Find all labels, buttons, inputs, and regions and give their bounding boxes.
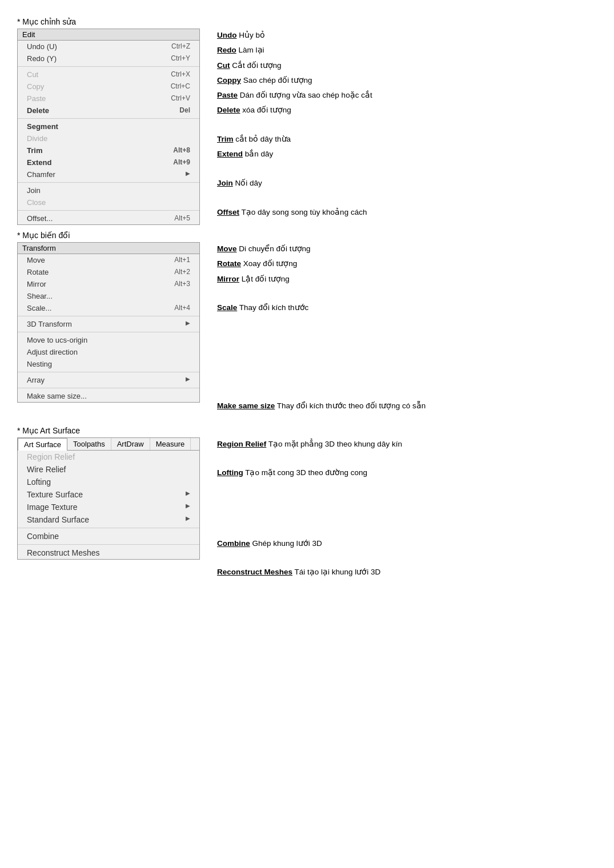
menu-item-move[interactable]: Move Alt+1 (18, 254, 199, 266)
menu-item-extend[interactable]: Extend Alt+9 (18, 156, 199, 168)
desc-scale-term: Scale (217, 303, 237, 312)
menu-item-wire-relief[interactable]: Wire Relief (18, 463, 199, 476)
menu-item-chamfer[interactable]: Chamfer ▶ (18, 168, 199, 180)
menu-item-scale-shortcut: Alt+4 (156, 304, 190, 312)
menu-item-rotate[interactable]: Rotate Alt+2 (18, 266, 199, 278)
menu-item-undo-label: Undo (U) (27, 42, 57, 51)
menu-item-shear[interactable]: Shear... (18, 290, 199, 302)
toolpaths-tab[interactable]: Toolpaths (67, 438, 111, 450)
edit-menu-title[interactable]: Edit (18, 29, 199, 41)
menu-item-lofting[interactable]: Lofting (18, 476, 199, 488)
transform-menu-title[interactable]: Transform (18, 243, 199, 254)
menu-item-array[interactable]: Array ▶ (18, 374, 199, 386)
menu-item-reconstruct-meshes-label: Reconstruct Meshes (27, 548, 100, 557)
desc-move-term: Move (217, 244, 237, 253)
desc-coppy-text: Sao chép đối tượng (241, 76, 312, 85)
menu-item-scale-label: Scale... (27, 304, 51, 312)
transform-divider-1 (18, 316, 199, 316)
menu-item-standard-surface-label: Standard Surface (27, 515, 89, 524)
menu-item-join[interactable]: Join (18, 184, 199, 196)
desc-combine: Combine Ghép khung lưới 3D (217, 537, 597, 550)
desc-mirror: Mirror Lật đối tượng (217, 272, 597, 286)
menu-item-3dtransform[interactable]: 3D Transform ▶ (18, 318, 199, 330)
menu-item-mirror[interactable]: Mirror Alt+3 (18, 278, 199, 290)
menu-item-segment[interactable]: Segment (18, 120, 199, 132)
desc-redo-term: Redo (217, 46, 236, 54)
menu-item-image-texture[interactable]: Image Texture ▶ (18, 501, 199, 513)
menu-item-make-same-size[interactable]: Make same size... (18, 390, 199, 402)
menu-item-trim-shortcut: Alt+8 (156, 146, 190, 155)
menu-item-standard-surface-arrow: ▶ (156, 515, 190, 524)
transform-divider-3 (18, 372, 199, 372)
desc-scale: Scale Thay đổi kích thước (217, 301, 597, 315)
menu-item-rotate-label: Rotate (27, 268, 49, 276)
desc-trim: Trim cắt bỏ dây thừa (217, 132, 597, 146)
menu-item-close[interactable]: Close (18, 196, 199, 208)
edit-menu-container: Edit Undo (U) Ctrl+Z Redo (Y) Ctrl+Y Cut… (17, 29, 597, 225)
desc-extend-term: Extend (217, 150, 243, 158)
menu-item-delete[interactable]: Delete Del (18, 105, 199, 116)
desc-rotate: Rotate Xoay đối tượng (217, 257, 597, 271)
transform-menu-container: Transform Move Alt+1 Rotate Alt+2 Mirror… (17, 242, 597, 415)
desc-make-same-size-text: Thay đổi kích thước theo đối tượng có sẵ… (275, 401, 426, 410)
menu-item-paste-label: Paste (27, 94, 46, 103)
menu-item-shear-label: Shear... (27, 292, 53, 300)
menu-item-undo[interactable]: Undo (U) Ctrl+Z (18, 41, 199, 53)
menu-item-divide-label: Divide (27, 134, 47, 143)
desc-mirror-text: Lật đối tượng (239, 275, 290, 283)
menu-item-make-same-size-label: Make same size... (27, 392, 87, 400)
menu-item-divide-shortcut (156, 134, 190, 143)
transform-divider-2 (18, 332, 199, 332)
menu-item-mirror-shortcut: Alt+3 (156, 280, 190, 288)
menu-item-trim[interactable]: Trim Alt+8 (18, 144, 199, 156)
menu-item-cut[interactable]: Cut Ctrl+X (18, 69, 199, 81)
menu-item-cut-shortcut: Ctrl+X (156, 70, 190, 79)
menu-item-offset-shortcut: Alt+5 (156, 214, 190, 223)
menu-item-divide[interactable]: Divide (18, 132, 199, 144)
menu-item-scale[interactable]: Scale... Alt+4 (18, 302, 199, 314)
menu-item-make-same-size-shortcut (156, 392, 190, 400)
menu-item-offset[interactable]: Offset... Alt+5 (18, 212, 199, 224)
menu-item-copy[interactable]: Copy Ctrl+C (18, 81, 199, 93)
art-surface-tab[interactable]: Art Surface (18, 438, 67, 451)
desc-offset-term: Offset (217, 208, 239, 216)
desc-delete-text: xóa đối tượng (240, 106, 291, 114)
desc-coppy-term: Coppy (217, 76, 241, 85)
menu-item-image-texture-arrow: ▶ (156, 503, 190, 512)
desc-move-text: Di chuyển đối tượng (237, 244, 311, 253)
menu-item-combine-label: Combine (27, 532, 59, 541)
desc-cut: Cut Cắt đối tượng (217, 59, 597, 73)
menu-item-wire-relief-shortcut (156, 465, 190, 474)
menu-item-adjust-direction[interactable]: Adjust direction (18, 346, 199, 358)
desc-offset-text: Tạo dây song song tùy khoảng cách (239, 208, 367, 216)
menu-item-nesting[interactable]: Nesting (18, 358, 199, 370)
menu-item-reconstruct-meshes[interactable]: Reconstruct Meshes (18, 546, 199, 559)
measure-tab[interactable]: Measure (150, 438, 191, 450)
desc-make-same-size-term: Make same size (217, 401, 275, 410)
menu-item-paste[interactable]: Paste Ctrl+V (18, 93, 199, 105)
desc-extend-text: bắn dây (243, 150, 273, 158)
desc-cut-text: Cắt đối tượng (230, 61, 282, 70)
desc-lofting-term: Lofting (217, 468, 243, 477)
art-surface-section-label: * Mục Art Surface (17, 426, 597, 435)
edit-section-label: * Mục chỉnh sửa (17, 17, 597, 26)
menu-item-move-ucs[interactable]: Move to ucs-origin (18, 334, 199, 346)
desc-region-relief-text: Tạo mặt phẳng 3D theo khung dây kín (266, 440, 402, 448)
desc-redo: Redo Làm lại (217, 43, 597, 57)
desc-region-relief-term: Region Relief (217, 440, 266, 448)
menu-item-texture-surface[interactable]: Texture Surface ▶ (18, 488, 199, 501)
transform-descriptions: Move Di chuyển đối tượng Rotate Xoay đối… (217, 242, 597, 415)
desc-coppy: Coppy Sao chép đối tượng (217, 74, 597, 87)
menu-item-standard-surface[interactable]: Standard Surface ▶ (18, 513, 199, 526)
menu-item-3dtransform-arrow: ▶ (156, 320, 190, 328)
menu-item-wire-relief-label: Wire Relief (27, 465, 66, 474)
desc-undo: Undo Hủy bỏ (217, 29, 597, 42)
desc-join-term: Join (217, 179, 233, 187)
desc-reconstruct-meshes: Reconstruct Meshes Tái tạo lại khung lướ… (217, 565, 597, 579)
menu-item-combine[interactable]: Combine (18, 530, 199, 542)
menu-item-region-relief[interactable]: Region Relief (18, 451, 199, 463)
menu-item-nesting-label: Nesting (27, 360, 52, 368)
transform-divider-4 (18, 388, 199, 388)
artdraw-tab[interactable]: ArtDraw (111, 438, 150, 450)
menu-item-redo[interactable]: Redo (Y) Ctrl+Y (18, 53, 199, 65)
